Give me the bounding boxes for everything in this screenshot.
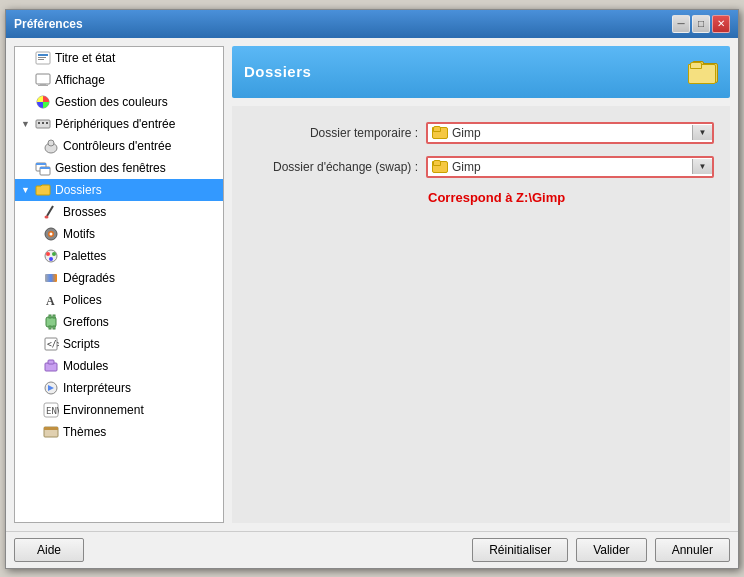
- sidebar-item-couleurs[interactable]: Gestion des couleurs: [15, 91, 223, 113]
- sidebar-item-themes[interactable]: Thèmes: [15, 421, 223, 443]
- svg-rect-32: [49, 326, 51, 329]
- sidebar-label: Gestion des couleurs: [55, 95, 168, 109]
- gradient-icon: [43, 270, 59, 286]
- valider-button[interactable]: Valider: [576, 538, 646, 562]
- sidebar: Titre et état Affichage: [14, 46, 224, 523]
- sidebar-label: Gestion des fenêtres: [55, 161, 166, 175]
- titlebar: Préférences ─ □ ✕: [6, 10, 738, 38]
- sidebar-label: Palettes: [63, 249, 106, 263]
- field-row-temporaire: Dossier temporaire : Gimp ▼: [248, 122, 714, 144]
- minimize-button[interactable]: ─: [672, 15, 690, 33]
- palette-icon: [43, 248, 59, 264]
- brush-icon: [43, 204, 59, 220]
- sidebar-label: Brosses: [63, 205, 106, 219]
- sidebar-item-peripheriques[interactable]: ▼ Périphériques d'entrée: [15, 113, 223, 135]
- svg-text:A: A: [46, 294, 55, 308]
- dropdown-btn-temporaire[interactable]: ▼: [692, 125, 712, 140]
- panel-title: Dossiers: [244, 63, 311, 80]
- svg-rect-1: [38, 54, 48, 56]
- sidebar-item-affichage[interactable]: Affichage: [15, 69, 223, 91]
- sidebar-label: Dégradés: [63, 271, 115, 285]
- dropdown-temporaire[interactable]: Gimp ▼: [426, 122, 714, 144]
- sidebar-item-brosses[interactable]: Brosses: [15, 201, 223, 223]
- svg-rect-17: [40, 167, 50, 169]
- svg-line-18: [47, 206, 53, 216]
- color-icon: [35, 94, 51, 110]
- reinit-button[interactable]: Réinitialiser: [472, 538, 568, 562]
- svg-rect-33: [53, 326, 55, 329]
- folder-main-icon: [35, 182, 51, 198]
- theme-icon: [43, 424, 59, 440]
- field-label-temporaire: Dossier temporaire :: [248, 126, 418, 140]
- panel-header: Dossiers: [232, 46, 730, 98]
- sidebar-label: Interpréteurs: [63, 381, 131, 395]
- display-icon: [35, 72, 51, 88]
- sidebar-item-dossiers[interactable]: ▼ Dossiers: [15, 179, 223, 201]
- svg-rect-11: [46, 122, 48, 124]
- svg-text:</>: </>: [47, 340, 59, 349]
- preferences-window: Préférences ─ □ ✕ Titre et ét: [5, 9, 739, 569]
- sidebar-label: Environnement: [63, 403, 144, 417]
- close-button[interactable]: ✕: [712, 15, 730, 33]
- maximize-button[interactable]: □: [692, 15, 710, 33]
- sidebar-label: Scripts: [63, 337, 100, 351]
- cancel-button[interactable]: Annuler: [655, 538, 730, 562]
- svg-point-25: [52, 252, 56, 256]
- sidebar-item-degrades[interactable]: Dégradés: [15, 267, 223, 289]
- sidebar-item-modules[interactable]: Modules: [15, 355, 223, 377]
- sidebar-item-motifs[interactable]: Motifs: [15, 223, 223, 245]
- pattern-icon: [43, 226, 59, 242]
- svg-rect-30: [49, 315, 51, 318]
- sidebar-item-polices[interactable]: A Polices: [15, 289, 223, 311]
- sidebar-label: Affichage: [55, 73, 105, 87]
- dropdown-echange[interactable]: Gimp ▼: [426, 156, 714, 178]
- env-icon: ENV: [43, 402, 59, 418]
- titlebar-controls: ─ □ ✕: [672, 15, 730, 33]
- sidebar-item-interpreteurs[interactable]: Interpréteurs: [15, 377, 223, 399]
- svg-rect-4: [36, 74, 50, 84]
- font-icon: A: [43, 292, 59, 308]
- svg-rect-27: [45, 274, 57, 282]
- sidebar-item-palettes[interactable]: Palettes: [15, 245, 223, 267]
- svg-point-26: [49, 257, 53, 261]
- dropdown-content-echange: Gimp: [428, 158, 692, 176]
- sidebar-item-greffons[interactable]: Greffons: [15, 311, 223, 333]
- main-content: Titre et état Affichage: [6, 38, 738, 531]
- svg-point-13: [48, 140, 54, 146]
- sidebar-label: Greffons: [63, 315, 109, 329]
- expand-icon: ▼: [21, 185, 31, 195]
- folder-icon-temporaire: [432, 126, 448, 139]
- svg-rect-10: [42, 122, 44, 124]
- window-title: Préférences: [14, 17, 83, 31]
- sidebar-label: Polices: [63, 293, 102, 307]
- field-row-echange: Dossier d'échange (swap) : Gimp ▼: [248, 156, 714, 178]
- sidebar-label: Motifs: [63, 227, 95, 241]
- svg-rect-31: [53, 315, 55, 318]
- help-button[interactable]: Aide: [14, 538, 84, 562]
- svg-point-19: [45, 215, 49, 218]
- folders-header-icon: [676, 54, 718, 90]
- sidebar-label: Titre et état: [55, 51, 115, 65]
- svg-point-24: [46, 252, 50, 256]
- correspond-note: Correspond à Z:\Gimp: [428, 190, 714, 205]
- sidebar-item-environnement[interactable]: ENV Environnement: [15, 399, 223, 421]
- main-panel: Dossiers Dossier temporaire : Gimp ▼: [232, 46, 730, 523]
- svg-point-22: [50, 232, 53, 235]
- svg-rect-37: [48, 360, 54, 364]
- svg-rect-6: [38, 85, 48, 86]
- dropdown-btn-echange[interactable]: ▼: [692, 159, 712, 174]
- panel-body: Dossier temporaire : Gimp ▼ Dossier d'éc…: [232, 106, 730, 523]
- expand-icon: ▼: [21, 119, 31, 129]
- svg-rect-15: [36, 163, 46, 165]
- sidebar-item-fenetres[interactable]: Gestion des fenêtres: [15, 157, 223, 179]
- sidebar-item-titre-etat[interactable]: Titre et état: [15, 47, 223, 69]
- svg-rect-3: [38, 59, 44, 60]
- controller-icon: [43, 138, 59, 154]
- folder-front: [688, 62, 716, 84]
- sidebar-item-controleurs[interactable]: Contrôleurs d'entrée: [15, 135, 223, 157]
- svg-text:ENV: ENV: [46, 406, 59, 416]
- svg-rect-42: [44, 427, 58, 430]
- folder-icon-echange: [432, 160, 448, 173]
- interp-icon: [43, 380, 59, 396]
- sidebar-item-scripts[interactable]: </> Scripts: [15, 333, 223, 355]
